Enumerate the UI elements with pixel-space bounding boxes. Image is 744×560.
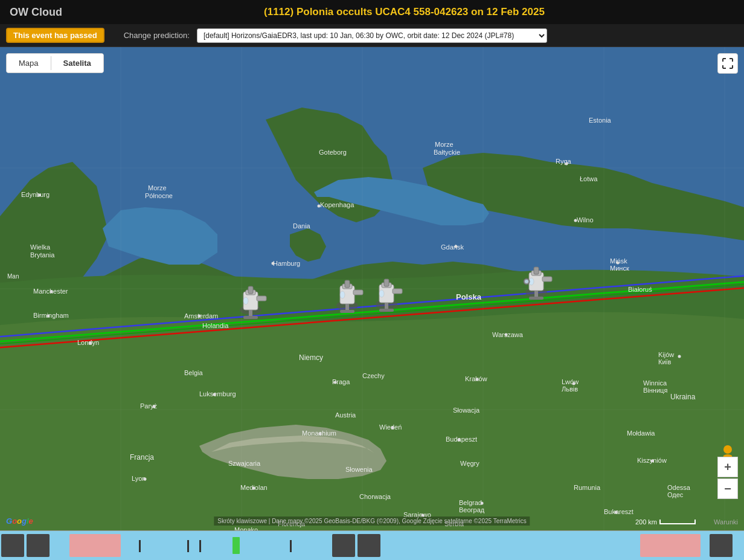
city-belgia: Belgia: [184, 369, 203, 376]
city-gdansk: Gdańsk: [441, 243, 464, 251]
city-dot-monachium: [319, 433, 322, 436]
warunki-link[interactable]: Warunki: [714, 518, 738, 526]
city-dot-kopenhaga: [318, 205, 321, 208]
city-man: Man: [7, 273, 19, 280]
zoom-out-button[interactable]: −: [717, 478, 738, 499]
svg-rect-6: [257, 296, 266, 301]
zoom-in-button[interactable]: +: [717, 457, 738, 477]
timeline-block-3: [332, 534, 355, 557]
city-szwajcaria: Szwajcaria: [228, 460, 261, 467]
city-londyn: Londyn: [77, 339, 99, 346]
city-dot-londyn: [89, 342, 92, 345]
zoom-controls[interactable]: + −: [717, 457, 738, 500]
svg-rect-17: [340, 310, 354, 313]
fullscreen-icon: [722, 58, 733, 69]
svg-point-10: [243, 297, 248, 304]
telescope-right[interactable]: [524, 267, 552, 300]
city-wielkabrytania: Wielka: [30, 243, 51, 251]
city-moldawia: Mołdawia: [627, 430, 655, 437]
path-red-line: [0, 288, 744, 348]
city-bialorus: Białoruś: [628, 286, 652, 293]
city-morze-baltyckie: Morze: [435, 141, 454, 148]
timeline-block-1: [1, 534, 24, 557]
city-dot-hamburg: [272, 262, 275, 265]
city-winnica: Winnica: [643, 379, 667, 387]
city-dot-warszawa: [505, 333, 508, 336]
distance-scale: 200 km: [635, 518, 696, 526]
city-dot-paryz: [153, 405, 156, 408]
page-title: (1112) Polonia occults UCAC4 558-042623 …: [74, 6, 734, 18]
header: OW Cloud (1112) Polonia occults UCAC4 55…: [0, 0, 744, 24]
timeline-green-marker: [232, 537, 240, 554]
telescope-mid-right[interactable]: [376, 279, 402, 312]
city-dot-gdansk: [455, 245, 458, 248]
city-dot-ryga: [565, 163, 568, 166]
scale-bar: [659, 520, 696, 524]
city-monako: Monako: [234, 526, 258, 530]
city-dot-wilno: [574, 219, 577, 222]
city-polska: Polska: [456, 292, 482, 301]
city-kijow: Kijów: [658, 351, 674, 358]
svg-rect-22: [393, 289, 402, 294]
timeline[interactable]: [0, 530, 744, 560]
city-budapeszt: Budapeszt: [446, 436, 477, 443]
city-estonia: Estonia: [589, 117, 612, 124]
svg-point-18: [340, 291, 345, 298]
timeline-block-2: [27, 534, 50, 557]
city-kijow2: Київ: [658, 358, 672, 365]
city-slowacja: Słowacja: [453, 407, 480, 414]
prediction-select[interactable]: [default] Horizons/GaiaEDR3, last upd: 1…: [197, 28, 547, 43]
city-dot-bukareszt: [615, 511, 618, 514]
svg-rect-31: [534, 267, 539, 274]
city-ukraina: Ukraina: [670, 393, 696, 401]
city-wilno: Wilno: [577, 216, 594, 224]
fullscreen-button[interactable]: [717, 53, 738, 74]
telescope-left[interactable]: [240, 286, 266, 319]
city-dot-minsk: [617, 262, 620, 265]
city-chorwacja: Chorwacja: [359, 493, 391, 500]
svg-point-37: [723, 445, 732, 454]
svg-point-36: [525, 280, 528, 283]
path-green-line-2: [0, 284, 744, 344]
map-type-toggle[interactable]: Mapa Satelita: [6, 53, 104, 73]
svg-rect-15: [345, 280, 350, 288]
city-holandia: Holandia: [202, 322, 229, 329]
city-beograd: Beoград: [459, 506, 485, 513]
city-dot-kiszyniow: [651, 460, 654, 463]
city-dot-edynburg: [38, 194, 41, 197]
svg-rect-33: [529, 297, 544, 300]
city-dot-luksemburg: [213, 393, 216, 396]
city-dot-kijow: [678, 355, 681, 358]
city-wielkabrytania2: Brytania: [30, 251, 55, 259]
city-dot-budapeszt: [458, 439, 461, 442]
city-dot-birmingham: [47, 315, 50, 318]
city-baltyckie: Bałtyckie: [434, 149, 460, 156]
timeline-block-5: [710, 534, 733, 557]
google-logo: Google: [6, 517, 33, 526]
city-austria: Austria: [335, 411, 356, 419]
city-odessa2: Одес: [667, 491, 684, 498]
timeline-pink-1: [69, 534, 121, 557]
map-attribution: Skróty klawiszowe | Dane mapy ©2025 GeoB…: [214, 517, 530, 526]
city-lotwa: Łotwa: [580, 175, 598, 182]
tab-mapa[interactable]: Mapa: [7, 54, 51, 72]
city-dot-krakow: [476, 378, 479, 381]
city-dot-manchester: [50, 291, 53, 294]
city-polnocne: Północne: [145, 192, 173, 199]
city-dot-mediolan: [252, 487, 255, 490]
city-winnica2: Вінниця: [643, 387, 667, 394]
tab-satelita[interactable]: Satelita: [51, 54, 103, 72]
city-dot-praga: [334, 381, 337, 384]
city-warszawa: Warszawa: [492, 331, 524, 338]
timeline-tick-4: [290, 540, 292, 552]
city-dot-lwow: [572, 382, 576, 385]
city-belgrad: Belgrad: [459, 499, 482, 506]
timeline-block-4: [358, 534, 380, 557]
map-container[interactable]: Goteborg Estonia Ryga Łotwa Wilno Morze …: [0, 47, 744, 530]
toolbar: This event has passed Change prediction:…: [0, 24, 744, 47]
city-edynburg: Edynburg: [21, 191, 50, 198]
city-birmingham: Birmingham: [33, 312, 69, 319]
city-minsk2: Минск: [610, 265, 629, 272]
svg-rect-23: [384, 279, 389, 286]
city-wegry: Węgry: [460, 460, 479, 467]
